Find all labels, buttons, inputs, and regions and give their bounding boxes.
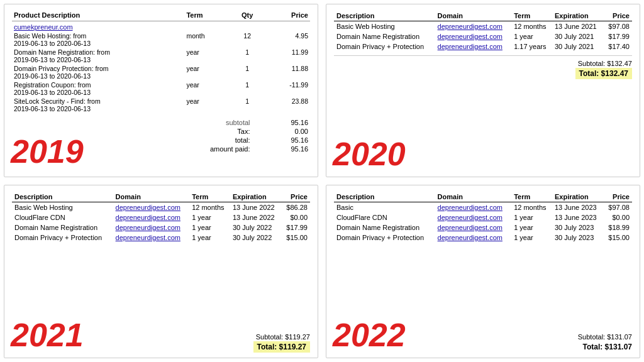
paid-value: 95.16 [252,145,310,153]
domain-link[interactable]: depreneurdigest.com [438,43,502,50]
col-description: Description [12,192,113,202]
row-desc: Domain Privacy + Protection [334,233,435,243]
domain-link[interactable]: depreneurdigest.com [438,234,502,241]
row-desc: CloudFlare CDN [334,212,435,222]
row-qty: 1 [231,80,263,97]
domain-link[interactable]: depreneurdigest.com [438,224,502,231]
col-domain: Domain [113,192,190,202]
total-line: Total: $132.47 [334,69,632,78]
row-exp: 30 July 2022 [230,233,282,243]
row-exp: 13 June 2022 [230,212,282,222]
row-price: $17.99 [603,31,632,41]
col-price: Price [263,11,310,21]
row-exp: 13 June 2021 [552,21,604,32]
row-exp: 13 June 2023 [552,202,604,213]
row-term: year [184,80,231,97]
domain-link[interactable]: depreneurdigest.com [116,234,180,241]
row-price: $97.08 [603,202,632,213]
paid-row: amount paid: 95.16 [131,145,310,153]
row-desc: Basic Web Hosting: from2019-06-13 to 202… [12,31,184,48]
col-qty: Qty [231,11,263,21]
row-term: 1 year [511,212,552,222]
row-desc: Basic [334,202,435,213]
row-price: $18.99 [603,222,632,233]
row-price: $0.00 [603,212,632,222]
row-desc: SiteLock Security - Find: from2019-06-13… [12,97,184,113]
row-exp: 30 July 2023 [552,233,604,243]
domain-link[interactable]: depreneurdigest.com [438,33,502,40]
row-term: 12 months [511,202,552,213]
row-term: 12 months [189,202,230,213]
col-price: Price [603,11,632,21]
row-desc: Domain Privacy Protection: from2019-06-1… [12,64,184,80]
subtotal-row: subtotal 95.16 [131,118,310,127]
panel-2019: Product Description Term Qty Price cumek… [4,4,318,177]
col-description: Description [334,192,435,202]
row-desc: Domain Name Registration: from2019-06-13… [12,48,184,64]
domain-link[interactable]: depreneurdigest.com [438,204,502,211]
row-exp: 30 July 2021 [552,31,604,41]
totals-block: Subtotal: $119.27 Total: $119.27 [253,333,310,351]
row-price: 23.88 [263,97,310,113]
table-row: Domain Name Registration: from2019-06-13… [12,48,310,64]
table-row: Domain Privacy Protection: from2019-06-1… [12,64,310,80]
table-row: Basic depreneurdigest.com 12 months 13 J… [334,202,632,213]
year-2019-label: 2019 [11,133,84,170]
col-price: Price [281,192,310,202]
row-term: 1 year [511,31,552,41]
cumek-link[interactable]: cumekpreneur.com [14,23,73,31]
col-expiration: Expiration [230,192,282,202]
table-row: Domain Privacy + Protection depreneurdig… [334,41,632,52]
row-term: 1 year [511,233,552,243]
col-term: Term [511,192,552,202]
total-badge: Total: $119.27 [253,341,310,353]
panel-2022: Description Domain Term Expiration Price… [326,185,640,358]
row-qty: 1 [231,64,263,80]
row-desc: Basic Web Hosting [12,202,113,213]
subtotal-line: Subtotal: $119.27 [253,333,310,341]
row-desc: Domain Privacy + Protection [12,233,113,243]
row-desc: CloudFlare CDN [12,212,113,222]
row-price: $15.00 [281,233,310,243]
totals-block: Subtotal: $131.07 Total: $131.07 [578,333,632,351]
domain-link[interactable]: depreneurdigest.com [116,214,180,221]
total-label: total: [131,136,252,145]
year-2021-label: 2021 [11,316,84,354]
year-2020-label: 2020 [333,135,406,173]
row-term: month [184,31,231,48]
table-row: Domain Privacy + Protection depreneurdig… [334,233,632,243]
domain-link[interactable]: depreneurdigest.com [116,224,180,231]
row-qty: 12 [231,31,263,48]
row-term: year [184,64,231,80]
row-desc: Domain Name Registration [334,31,435,41]
total-value: 95.16 [252,136,310,145]
row-exp: 30 July 2021 [552,41,604,52]
row-price: $17.40 [603,41,632,52]
row-exp: 30 July 2023 [552,222,604,233]
table-row: Domain Name Registration depreneurdigest… [12,222,310,233]
domain-link[interactable]: depreneurdigest.com [116,204,180,211]
col-term: Term [189,192,230,202]
row-price: -11.99 [263,80,310,97]
row-desc: Domain Privacy + Protection [334,41,435,52]
row-price: $0.00 [281,212,310,222]
row-price: $15.00 [603,233,632,243]
tax-value: 0.00 [252,127,310,136]
row-price: 11.99 [263,48,310,64]
col-domain: Domain [435,11,512,21]
col-domain: Domain [435,192,512,202]
col-product-desc: Product Description [12,11,184,21]
table-row: Basic Web Hosting: from2019-06-13 to 202… [12,31,310,48]
total-line: Total: $119.27 [253,343,310,351]
domain-link[interactable]: depreneurdigest.com [438,23,502,30]
table-row: Registration Coupon: from2019-06-13 to 2… [12,80,310,97]
year-2022-label: 2022 [333,316,406,354]
total-badge: Total: $132.47 [575,68,632,79]
domain-link[interactable]: depreneurdigest.com [438,214,502,221]
row-price: 4.95 [263,31,310,48]
row-term: 1.17 years [511,41,552,52]
table-row: Domain Privacy + Protection depreneurdig… [12,233,310,243]
total-row: total: 95.16 [131,136,310,145]
row-price: $17.99 [281,222,310,233]
main-grid: Product Description Term Qty Price cumek… [0,0,644,362]
